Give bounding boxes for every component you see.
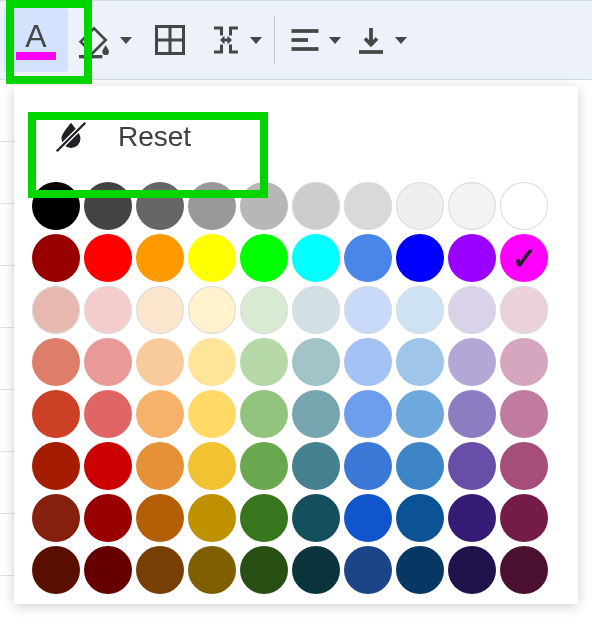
color-swatch[interactable]: [136, 390, 184, 438]
color-swatch[interactable]: [344, 494, 392, 542]
fill-color-button[interactable]: [68, 8, 138, 72]
color-swatch[interactable]: [188, 442, 236, 490]
text-color-indicator: [16, 52, 56, 60]
color-swatch[interactable]: [136, 494, 184, 542]
sheet-rows-strip: [0, 80, 14, 637]
borders-icon: [152, 22, 188, 58]
text-color-button[interactable]: A: [4, 8, 68, 72]
color-swatch[interactable]: [292, 182, 340, 230]
color-swatch[interactable]: [188, 286, 236, 334]
color-swatch[interactable]: [136, 442, 184, 490]
color-swatch[interactable]: [32, 494, 80, 542]
chevron-down-icon: [250, 37, 262, 44]
color-swatch[interactable]: [500, 338, 548, 386]
color-swatch[interactable]: [240, 390, 288, 438]
color-swatch[interactable]: [240, 338, 288, 386]
color-swatch[interactable]: [344, 442, 392, 490]
color-swatch[interactable]: [396, 546, 444, 594]
color-swatch[interactable]: [84, 442, 132, 490]
color-swatch[interactable]: [84, 494, 132, 542]
color-swatch[interactable]: [188, 546, 236, 594]
chevron-down-icon: [120, 37, 132, 44]
color-swatch[interactable]: [188, 182, 236, 230]
color-swatch[interactable]: [240, 286, 288, 334]
color-swatch[interactable]: [240, 546, 288, 594]
merge-cells-button[interactable]: [202, 8, 268, 72]
color-swatch[interactable]: [292, 338, 340, 386]
color-swatch[interactable]: [188, 234, 236, 282]
color-swatch[interactable]: [396, 442, 444, 490]
color-swatch[interactable]: [188, 390, 236, 438]
color-swatch[interactable]: [188, 494, 236, 542]
color-swatch[interactable]: ✓: [500, 234, 548, 282]
color-swatch[interactable]: [292, 546, 340, 594]
color-swatch[interactable]: [136, 338, 184, 386]
color-swatch[interactable]: [448, 338, 496, 386]
color-swatch[interactable]: [292, 286, 340, 334]
color-swatch[interactable]: [292, 442, 340, 490]
color-swatch[interactable]: [32, 338, 80, 386]
color-swatch[interactable]: [344, 390, 392, 438]
color-swatch[interactable]: [84, 286, 132, 334]
color-swatch[interactable]: [292, 494, 340, 542]
color-swatch[interactable]: [136, 182, 184, 230]
color-swatch[interactable]: [448, 286, 496, 334]
vertical-align-bottom-icon: [353, 22, 389, 58]
color-swatch[interactable]: [136, 546, 184, 594]
color-swatch[interactable]: [292, 234, 340, 282]
color-swatch[interactable]: [448, 442, 496, 490]
color-swatch[interactable]: [136, 286, 184, 334]
toolbar-separator: [274, 16, 275, 64]
color-swatch[interactable]: [448, 182, 496, 230]
vertical-align-button[interactable]: [347, 8, 413, 72]
color-swatch[interactable]: [32, 182, 80, 230]
color-swatch[interactable]: [448, 390, 496, 438]
color-swatch[interactable]: [500, 546, 548, 594]
color-swatch[interactable]: [32, 286, 80, 334]
color-swatch[interactable]: [448, 494, 496, 542]
text-color-letter-icon: A: [25, 18, 46, 55]
color-swatch[interactable]: [344, 286, 392, 334]
color-swatch[interactable]: [448, 234, 496, 282]
color-swatch[interactable]: [292, 390, 340, 438]
color-swatch[interactable]: [84, 182, 132, 230]
color-swatch[interactable]: [448, 546, 496, 594]
text-color-popup: Reset ✓: [14, 86, 578, 604]
color-swatch[interactable]: [136, 234, 184, 282]
color-swatch[interactable]: [396, 494, 444, 542]
color-swatch[interactable]: [240, 234, 288, 282]
color-swatch[interactable]: [396, 338, 444, 386]
color-swatch[interactable]: [32, 390, 80, 438]
color-swatch[interactable]: [396, 390, 444, 438]
color-swatch[interactable]: [240, 494, 288, 542]
horizontal-align-button[interactable]: [281, 8, 347, 72]
toolbar: A: [0, 0, 592, 80]
color-swatch[interactable]: [500, 182, 548, 230]
color-swatch[interactable]: [396, 182, 444, 230]
color-swatch[interactable]: [344, 182, 392, 230]
color-swatch[interactable]: [500, 494, 548, 542]
color-swatch[interactable]: [84, 338, 132, 386]
color-swatch[interactable]: [32, 442, 80, 490]
color-swatch[interactable]: [32, 546, 80, 594]
color-swatch[interactable]: [500, 442, 548, 490]
color-swatch[interactable]: [500, 390, 548, 438]
color-swatch[interactable]: [240, 182, 288, 230]
color-swatch[interactable]: [84, 546, 132, 594]
merge-cells-icon: [208, 22, 244, 58]
color-swatch[interactable]: [84, 234, 132, 282]
color-swatch[interactable]: [84, 390, 132, 438]
color-swatch[interactable]: [188, 338, 236, 386]
color-swatch[interactable]: [396, 286, 444, 334]
color-swatch-grid: ✓: [32, 182, 560, 594]
color-swatch[interactable]: [344, 546, 392, 594]
borders-button[interactable]: [138, 8, 202, 72]
color-swatch[interactable]: [344, 234, 392, 282]
chevron-down-icon: [395, 37, 407, 44]
reset-color-button[interactable]: Reset: [32, 104, 560, 170]
color-swatch[interactable]: [396, 234, 444, 282]
color-swatch[interactable]: [32, 234, 80, 282]
color-swatch[interactable]: [500, 286, 548, 334]
color-swatch[interactable]: [240, 442, 288, 490]
color-swatch[interactable]: [344, 338, 392, 386]
